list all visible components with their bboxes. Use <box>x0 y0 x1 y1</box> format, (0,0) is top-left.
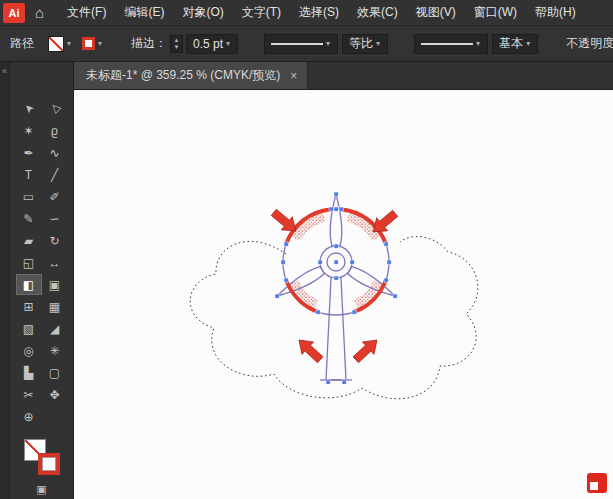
anchor-point[interactable] <box>275 294 279 298</box>
anchor-point[interactable] <box>393 294 397 298</box>
context-label: 路径 <box>10 35 34 52</box>
recording-indicator <box>587 473 607 493</box>
opacity-label: 不透明度： <box>566 35 613 52</box>
width-tool[interactable]: ↔ <box>42 252 68 273</box>
menu-window[interactable]: 窗口(W) <box>465 0 526 26</box>
stroke-label: 描边： <box>131 35 167 52</box>
canvas[interactable] <box>74 90 613 499</box>
anchor-point[interactable] <box>387 260 391 264</box>
stroke-width-stepper[interactable]: ▲▼ <box>170 35 183 53</box>
annotation-arrow-bottom-left[interactable] <box>293 334 326 366</box>
fill-stroke-control <box>24 439 60 475</box>
width-profile-value: 等比 <box>349 35 373 52</box>
menu-object[interactable]: 对象(O) <box>173 0 232 26</box>
stepper-up-icon[interactable]: ▲ <box>171 37 182 44</box>
anchor-point[interactable] <box>326 380 330 384</box>
hand-tool[interactable]: ✥ <box>42 384 68 405</box>
brush-preview[interactable]: ▾ <box>414 34 488 54</box>
shape-builder-tool[interactable]: ◧ <box>16 274 42 295</box>
anchor-point[interactable] <box>316 310 320 314</box>
menu-view[interactable]: 视图(V) <box>407 0 465 26</box>
collapse-panel-icon[interactable]: « <box>2 66 7 76</box>
anchor-point[interactable] <box>318 260 322 264</box>
fill-caret-icon[interactable]: ▾ <box>67 39 71 48</box>
eraser-tool[interactable]: ▰ <box>16 230 42 251</box>
column-graph-tool[interactable]: ▙ <box>16 362 42 383</box>
brush-select[interactable]: 基本 ▾ <box>492 34 538 54</box>
stroke-swatch[interactable] <box>38 453 60 475</box>
shaper-tool[interactable]: ∽ <box>42 208 68 229</box>
line-segment-tool[interactable]: ╱ <box>42 164 68 185</box>
gradient-tool[interactable]: ▧ <box>16 318 42 339</box>
anchor-point[interactable] <box>284 242 288 246</box>
menu-help[interactable]: 帮助(H) <box>526 0 585 26</box>
draw-mode-icon[interactable]: ▣ <box>36 483 46 496</box>
tower[interactable] <box>326 278 346 380</box>
stepper-down-icon[interactable]: ▼ <box>171 44 182 51</box>
tools-dock: « ➤ ▷ ✶ ϱ ✒ ∿ T ╱ ▭ ✐ ✎ ∽ ▰ ↻ ◱ ↔ ◧ ▣ <box>0 62 74 499</box>
menu-edit[interactable]: 编辑(E) <box>115 0 173 26</box>
paintbrush-tool[interactable]: ✐ <box>42 186 68 207</box>
blade-up[interactable] <box>330 194 342 246</box>
caret-down-icon: ▾ <box>376 39 380 48</box>
stroke-color-swatch[interactable] <box>82 37 95 50</box>
anchor-point[interactable] <box>384 278 388 282</box>
menu-file[interactable]: 文件(F) <box>58 0 115 26</box>
anchor-point[interactable] <box>352 310 356 314</box>
pencil-tool[interactable]: ✎ <box>16 208 42 229</box>
anchor-point[interactable] <box>334 192 338 196</box>
app-logo[interactable]: Ai <box>3 3 25 23</box>
anchor-point[interactable] <box>339 207 343 211</box>
caret-down-icon: ▾ <box>326 39 330 48</box>
anchor-point[interactable] <box>350 260 354 264</box>
line-preview <box>421 43 473 45</box>
fill-color-swatch[interactable] <box>48 36 64 52</box>
stroke-width-select[interactable]: 0.5 pt ▾ <box>186 34 238 54</box>
anchor-point[interactable] <box>342 380 346 384</box>
stroke-width-value: 0.5 pt <box>193 37 223 51</box>
free-transform-tool[interactable]: ▣ <box>42 274 68 295</box>
blend-tool[interactable]: ◎ <box>16 340 42 361</box>
close-tab-icon[interactable]: × <box>290 69 297 83</box>
anchor-point[interactable] <box>334 276 338 280</box>
anchor-point[interactable] <box>384 242 388 246</box>
width-profile-preview[interactable]: ▾ <box>264 34 338 54</box>
anchor-point[interactable] <box>284 278 288 282</box>
width-profile-select[interactable]: 等比 ▾ <box>342 34 388 54</box>
anchor-point[interactable] <box>329 207 333 211</box>
document-tab-title: 未标题-1* @ 359.25 % (CMYK/预览) <box>86 67 280 84</box>
annotation-arrow-bottom-right[interactable] <box>350 334 383 366</box>
document-tab[interactable]: 未标题-1* @ 359.25 % (CMYK/预览) × <box>74 62 308 89</box>
caret-down-icon: ▾ <box>476 39 480 48</box>
dock-collapse-strip[interactable]: « <box>0 62 10 499</box>
curvature-tool[interactable]: ∿ <box>42 142 68 163</box>
type-tool[interactable]: T <box>16 164 42 185</box>
stroke-caret-icon[interactable]: ▾ <box>98 39 102 48</box>
symbol-sprayer-tool[interactable]: ✳ <box>42 340 68 361</box>
zoom-tool[interactable]: ⊕ <box>16 406 42 427</box>
anchor-point[interactable] <box>281 260 285 264</box>
scale-tool[interactable]: ◱ <box>16 252 42 273</box>
tool-spacer <box>42 406 68 427</box>
anchor-point[interactable] <box>334 260 338 264</box>
home-icon[interactable]: ⌂ <box>35 4 44 21</box>
eyedropper-tool[interactable]: ◢ <box>42 318 68 339</box>
brush-value: 基本 <box>499 35 523 52</box>
perspective-grid-tool[interactable]: ⊞ <box>16 296 42 317</box>
canvas-artwork[interactable] <box>74 90 612 499</box>
slice-tool[interactable]: ✂ <box>16 384 42 405</box>
line-preview <box>271 43 323 45</box>
rotate-tool[interactable]: ↻ <box>42 230 68 251</box>
menu-select[interactable]: 选择(S) <box>290 0 348 26</box>
anchor-point[interactable] <box>334 207 338 211</box>
anchor-point[interactable] <box>334 244 338 248</box>
caret-down-icon: ▾ <box>526 39 530 48</box>
menu-effect[interactable]: 效果(C) <box>348 0 407 26</box>
control-bar: 路径 ▾ ▾ 描边： ▲▼ 0.5 pt ▾ ▾ 等比 ▾ ▾ 基本 ▾ <box>0 26 613 62</box>
artboard-tool[interactable]: ▢ <box>42 362 68 383</box>
rectangle-tool[interactable]: ▭ <box>16 186 42 207</box>
pen-tool[interactable]: ✒ <box>16 142 42 163</box>
menu-type[interactable]: 文字(T) <box>233 0 290 26</box>
toolbar: ➤ ▷ ✶ ϱ ✒ ∿ T ╱ ▭ ✐ ✎ ∽ ▰ ↻ ◱ ↔ ◧ ▣ ⊞ ▦ <box>10 62 73 499</box>
mesh-tool[interactable]: ▦ <box>42 296 68 317</box>
